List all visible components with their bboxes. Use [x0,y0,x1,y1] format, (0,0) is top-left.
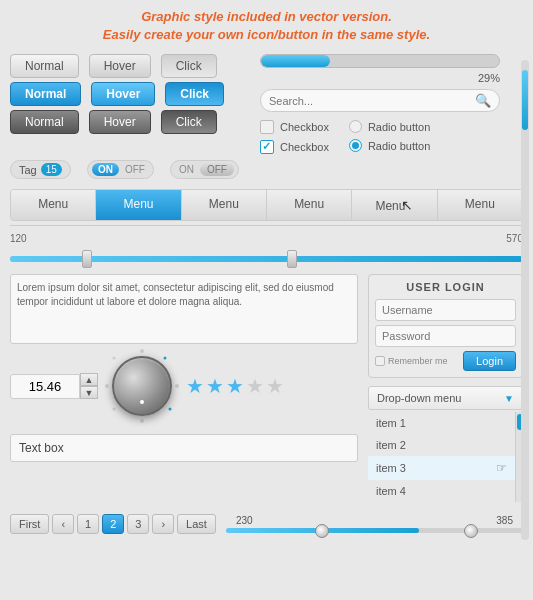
button-row-dark: Normal Hover Click [10,110,250,134]
header: Graphic style included in vector version… [0,0,533,48]
click-button-gray[interactable]: Click [161,54,217,78]
dropdown-item-2[interactable]: item 2 [368,434,515,456]
vertical-scrollbar[interactable] [521,60,529,540]
stars-row: ★ ★ ★ ★ ★ [186,374,284,398]
spinner-buttons: ▲ ▼ [80,373,98,399]
toggle-off[interactable]: ON OFF [170,160,239,179]
checkbox-2[interactable] [260,140,274,154]
sliders-section: 120 570 [0,229,533,270]
bottom-slider-right-value: 385 [496,515,513,526]
star-1[interactable]: ★ [186,374,204,398]
search-input[interactable] [269,95,475,107]
left-content: Lorem ipsum dolor sit amet, consectetur … [10,274,358,506]
star-5[interactable]: ★ [266,374,284,398]
radio-2[interactable] [349,139,362,152]
normal-button-gray[interactable]: Normal [10,54,79,78]
hover-button-gray[interactable]: Hover [89,54,151,78]
checkbox-radio-section: Checkbox Checkbox Radio button Radio but… [260,120,500,154]
normal-button-dark[interactable]: Normal [10,110,79,134]
dropdown-item-3[interactable]: item 3 ☞ [368,456,515,480]
slider-track[interactable] [10,256,523,262]
first-page-button[interactable]: First [10,514,49,534]
menu-tab-2[interactable]: Menu [96,190,181,220]
radio-2-label: Radio button [368,140,430,152]
vertical-scrollbar-thumb[interactable] [522,70,528,130]
bottom-section: First ‹ 1 2 3 › Last 230 385 [0,510,533,538]
slider-thumb-left[interactable] [82,250,92,268]
menu-tab-5[interactable]: Menu↖ [352,190,437,220]
next-page-button[interactable]: › [152,514,174,534]
right-panel: USER LOGIN Remember me Login Drop-down m… [368,274,523,506]
page-3[interactable]: 3 [127,514,149,534]
hover-button-blue[interactable]: Hover [91,82,155,106]
slider-thumb-right[interactable] [287,250,297,268]
tag-label: Tag [19,164,37,176]
checkbox-item-1[interactable]: Checkbox [260,120,329,134]
radio-item-1[interactable]: Radio button [349,120,430,133]
dropdown-item-2-label: item 2 [376,439,406,451]
dropdown-label: Drop-down menu [377,392,461,404]
radio-item-2[interactable]: Radio button [349,139,430,152]
dropdown-item-4[interactable]: item 4 [368,480,515,502]
svg-point-0 [140,349,144,353]
remember-checkbox[interactable] [375,356,385,366]
dropdown-container: Drop-down menu ▼ item 1 item 2 item 3 ☞ [368,386,523,502]
svg-point-5 [169,408,172,411]
dropdown-item-1[interactable]: item 1 [368,412,515,434]
star-3[interactable]: ★ [226,374,244,398]
svg-point-7 [113,408,116,411]
username-input[interactable] [375,299,516,321]
divider-1 [10,225,523,226]
click-button-blue[interactable]: Click [165,82,224,106]
header-line1: Graphic style included in vector version… [10,8,523,26]
dropdown-list-wrap: item 1 item 2 item 3 ☞ item 4 [368,412,523,502]
normal-button-blue[interactable]: Normal [10,82,81,106]
cursor-icon: ↖ [401,197,413,213]
bottom-slider-thumb-right[interactable] [464,524,478,538]
menu-tab-3[interactable]: Menu [182,190,267,220]
login-bottom: Remember me Login [375,351,516,371]
search-box[interactable]: 🔍 [260,89,500,112]
bottom-slider-labels: 230 385 [226,515,523,526]
checkbox-1[interactable] [260,120,274,134]
dropdown-item-3-label: item 3 [376,462,406,474]
bottom-slider-track[interactable] [226,528,523,533]
hover-button-dark[interactable]: Hover [89,110,151,134]
right-controls: 29% 🔍 Checkbox Checkbox Radio button [260,48,510,154]
pagination: First ‹ 1 2 3 › Last [10,514,216,534]
prev-page-button[interactable]: ‹ [52,514,74,534]
menu-tab-1[interactable]: Menu [11,190,96,220]
star-4[interactable]: ★ [246,374,264,398]
click-button-dark[interactable]: Click [161,110,217,134]
last-page-button[interactable]: Last [177,514,216,534]
menu-tab-4[interactable]: Menu [267,190,352,220]
progress-bar-container [260,54,500,68]
cursor-icon-dropdown: ☞ [496,461,507,475]
svg-point-4 [164,357,167,360]
tag-item[interactable]: Tag 15 [10,160,71,179]
knob[interactable] [112,356,172,416]
spinner-down[interactable]: ▼ [80,386,98,399]
knob-wrap [106,350,178,422]
password-input[interactable] [375,325,516,347]
textbox-input[interactable] [10,434,358,462]
login-button[interactable]: Login [463,351,516,371]
menu-tab-6[interactable]: Menu [438,190,522,220]
spinner-up[interactable]: ▲ [80,373,98,386]
page-2[interactable]: 2 [102,514,124,534]
dropdown-header[interactable]: Drop-down menu ▼ [368,386,523,410]
radio-column: Radio button Radio button [349,120,430,154]
toggle-on[interactable]: ON OFF [87,160,154,179]
svg-point-1 [175,384,179,388]
spinner-input[interactable]: 15.46 [10,374,80,399]
svg-point-6 [113,357,116,360]
tag-badge: 15 [41,163,62,176]
star-2[interactable]: ★ [206,374,224,398]
knob-container [106,350,178,422]
checkbox-item-2[interactable]: Checkbox [260,140,329,154]
bottom-slider-thumb-left[interactable] [315,524,329,538]
page-1[interactable]: 1 [77,514,99,534]
radio-1[interactable] [349,120,362,133]
toggle-on-thumb: ON [92,163,119,176]
button-row-gray: Normal Hover Click [10,54,250,78]
